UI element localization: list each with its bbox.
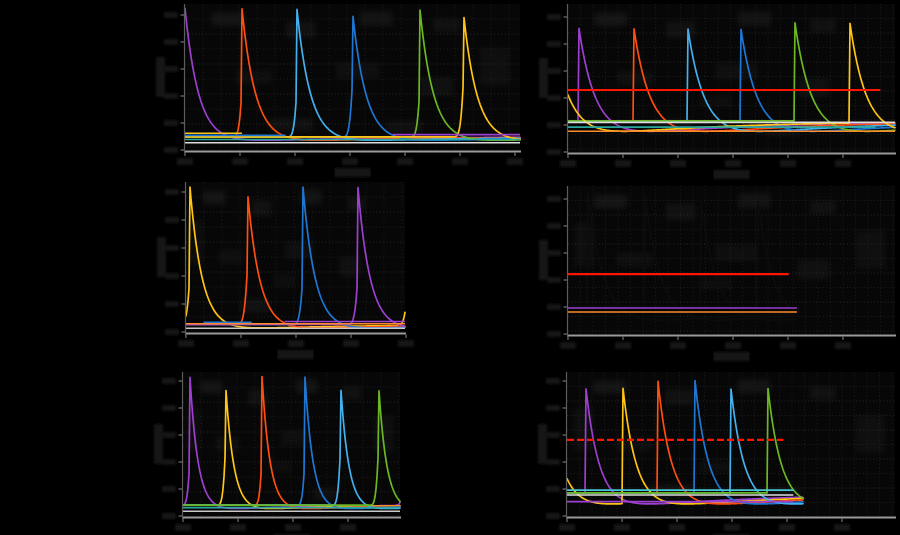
x-tick-label-smudge [177,158,193,165]
noise-blotch [715,245,758,261]
panel-membrane-top-left [156,4,523,177]
simulation-figure [0,0,900,535]
y-tick-label-smudge [162,486,176,492]
noise-blotch [574,408,594,451]
x-tick-label-smudge [340,524,356,531]
x-axis-label-smudge [335,168,371,177]
x-tick-label-smudge [285,524,301,531]
y-tick-label-smudge [547,14,561,20]
noise-blotch [344,386,361,399]
y-axis-label-smudge [538,424,547,464]
x-axis-label-smudge [278,350,314,359]
x-tick-label-smudge [669,524,685,531]
x-tick-label-smudge [834,524,850,531]
x-tick-label-smudge [233,340,249,347]
y-tick-label-smudge [164,120,178,126]
noise-blotch [348,197,366,211]
figure-canvas [0,0,900,535]
x-tick-label-smudge [779,524,795,531]
noise-blotch [274,275,296,287]
noise-blotch [594,13,627,26]
noise-blotch [336,62,380,78]
y-tick-label-smudge [165,329,179,335]
noise-blotch [594,195,627,208]
y-tick-label-smudge [547,196,561,202]
y-tick-label-smudge [547,68,561,74]
x-tick-label-smudge [615,160,631,167]
noise-blotch [797,78,830,97]
y-tick-label-smudge [547,95,561,101]
panel-adaptation-top-right [539,4,896,179]
y-tick-label-smudge [162,432,176,438]
noise-blotch [856,415,886,452]
x-tick-label-smudge [287,158,303,165]
y-tick-label-smudge [547,122,561,128]
y-tick-label-smudge [547,304,561,310]
x-tick-label-smudge [397,158,413,165]
x-tick-label-smudge [560,160,576,167]
x-tick-label-smudge [175,524,191,531]
x-axis-label-smudge [714,170,750,179]
y-tick-label-smudge [547,223,561,229]
y-tick-label-smudge [162,378,176,384]
y-tick-label-smudge [546,405,560,411]
noise-blotch [810,386,836,399]
y-tick-label-smudge [546,378,560,384]
noise-blotch [856,230,885,268]
x-tick-label-smudge [670,342,686,349]
y-tick-label-smudge [165,245,179,251]
y-axis-label-smudge [157,237,166,277]
y-tick-label-smudge [164,12,178,18]
y-tick-label-smudge [164,147,178,153]
x-tick-label-smudge [560,342,576,349]
y-tick-label-smudge [164,66,178,72]
noise-blotch [248,389,268,405]
noise-blotch [797,260,830,279]
x-tick-label-smudge [670,160,686,167]
panel-membrane-bottom-left [154,372,401,535]
noise-blotch [738,379,771,393]
noise-blotch [420,77,454,96]
panel-membrane-middle-left [157,182,414,359]
y-tick-label-smudge [547,277,561,283]
x-tick-label-smudge [507,158,523,165]
panel-adaptation-bottom-right [538,372,896,535]
x-tick-label-smudge [178,340,194,347]
y-tick-label-smudge [546,459,560,465]
y-tick-label-smudge [164,39,178,45]
x-tick-label-smudge [615,342,631,349]
x-tick-label-smudge [230,524,246,531]
y-tick-label-smudge [165,189,179,195]
x-tick-label-smudge [342,158,358,165]
x-tick-label-smudge [780,160,796,167]
x-tick-label-smudge [725,160,741,167]
y-tick-label-smudge [162,405,176,411]
noise-blotch [617,253,653,268]
noise-blotch [810,201,836,214]
noise-blotch [593,381,626,394]
y-tick-label-smudge [164,93,178,99]
noise-blotch [252,200,272,217]
y-tick-label-smudge [165,273,179,279]
x-tick-label-smudge [835,160,851,167]
noise-blotch [698,461,731,473]
y-tick-label-smudge [162,513,176,519]
x-tick-label-smudge [559,524,575,531]
y-tick-label-smudge [162,459,176,465]
x-tick-label-smudge [835,342,851,349]
x-tick-label-smudge [725,342,741,349]
x-tick-label-smudge [398,340,414,347]
y-tick-label-smudge [547,149,561,155]
y-tick-label-smudge [546,432,560,438]
y-tick-label-smudge [165,217,179,223]
x-tick-label-smudge [614,524,630,531]
panel-adaptation-middle-right [539,186,896,361]
y-axis-label-smudge [539,240,548,280]
x-tick-label-smudge [343,340,359,347]
y-tick-label-smudge [165,301,179,307]
noise-blotch [480,48,510,86]
y-axis-label-smudge [154,424,163,464]
y-axis-label-smudge [539,58,548,98]
noise-blotch [575,223,595,267]
noise-blotch [810,19,836,32]
